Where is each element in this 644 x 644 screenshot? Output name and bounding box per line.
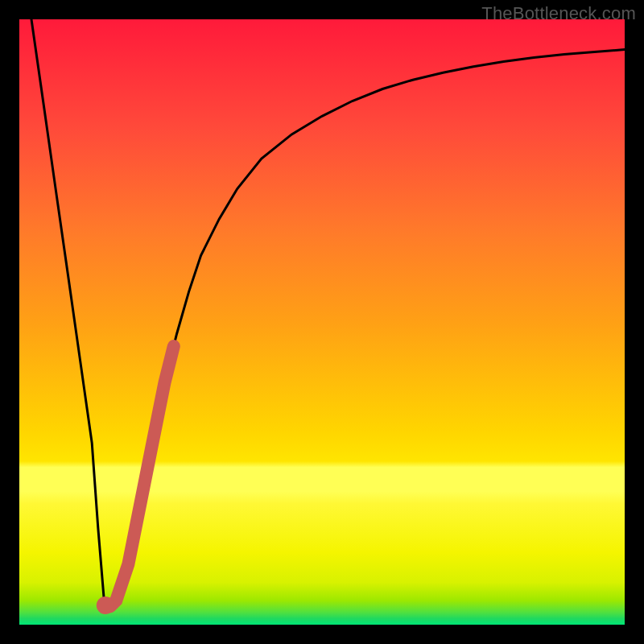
highlight-dot (97, 597, 114, 614)
bottleneck-curve (31, 19, 625, 606)
chart-frame: TheBottleneck.com (0, 0, 644, 644)
plot-area (19, 19, 625, 625)
chart-svg (19, 19, 625, 625)
highlight-segment (110, 346, 174, 606)
